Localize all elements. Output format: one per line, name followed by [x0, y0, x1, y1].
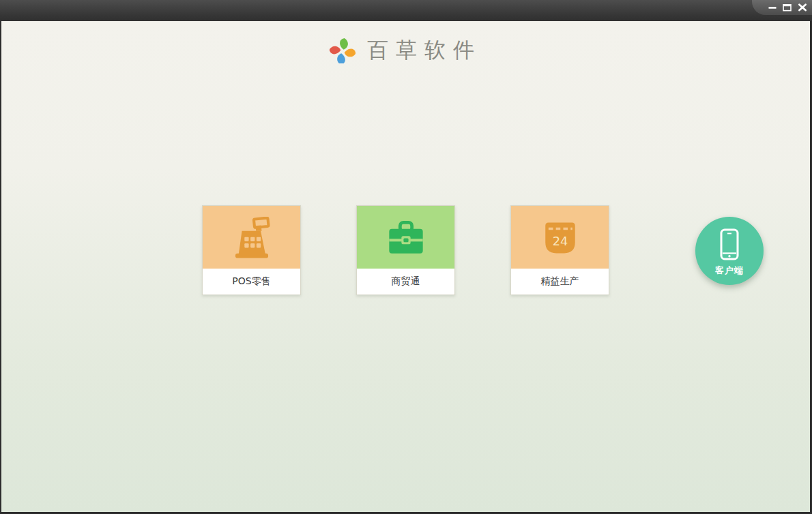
- product-card-trade[interactable]: 商贸通: [356, 205, 455, 295]
- window-controls: [752, 0, 812, 15]
- minimize-icon: [768, 3, 777, 12]
- card-tile: [357, 206, 454, 270]
- pinwheel-icon: [330, 37, 356, 63]
- calendar-icon: 24: [540, 218, 580, 258]
- close-button[interactable]: [797, 3, 807, 13]
- card-label: 商贸通: [357, 269, 454, 294]
- product-card-pos[interactable]: POS零售: [202, 205, 301, 295]
- cash-register-icon: [229, 217, 274, 259]
- briefcase-icon: [384, 220, 428, 256]
- card-tile: [203, 206, 300, 270]
- maximize-icon: [783, 3, 792, 12]
- close-icon: [798, 3, 807, 12]
- main-content: 百草软件: [1, 21, 810, 512]
- card-tile: 24: [511, 206, 609, 270]
- smartphone-icon: [719, 228, 740, 260]
- app-window: 百草软件: [0, 0, 812, 514]
- card-label: POS零售: [203, 269, 300, 294]
- titlebar: [0, 0, 812, 21]
- product-card-lean[interactable]: 24 精益生产: [510, 205, 609, 295]
- brand-logo: 百草软件: [1, 36, 810, 65]
- maximize-button[interactable]: [782, 3, 792, 13]
- card-label: 精益生产: [511, 269, 609, 294]
- client-button-label: 客户端: [715, 264, 744, 277]
- brand-name: 百草软件: [367, 36, 482, 65]
- minimize-button[interactable]: [767, 3, 777, 13]
- client-button[interactable]: 客户端: [695, 217, 764, 285]
- calendar-day-text: 24: [552, 234, 568, 248]
